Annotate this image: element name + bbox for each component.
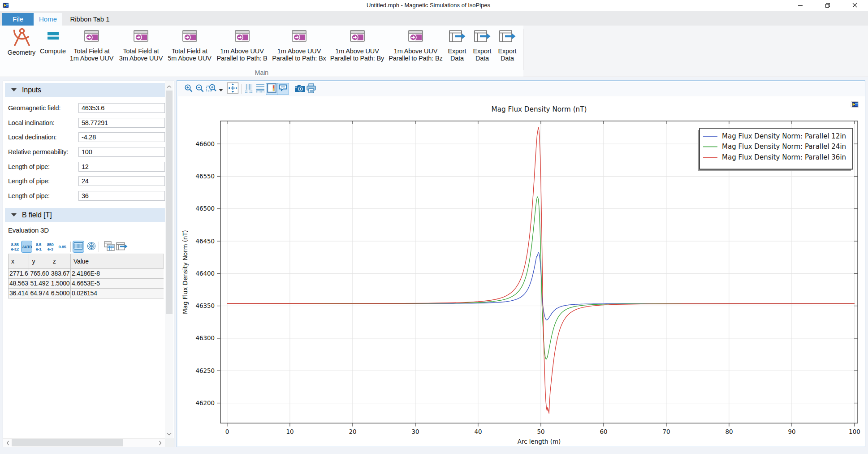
ribbon-button-1m-above-uuv-parallel-to-path-bz[interactable]: 1m Above UUV Parallel to Path: Bz xyxy=(387,27,445,72)
scroll-down-button[interactable] xyxy=(165,430,173,437)
section-header-bfield[interactable]: B field [T] xyxy=(5,208,165,222)
field-input-5[interactable] xyxy=(78,176,165,186)
y-tick-label: 46300 xyxy=(195,335,215,342)
print-button[interactable] xyxy=(305,83,317,95)
precision-scientific-button[interactable]: 8.85 e-12 xyxy=(9,241,21,253)
scrollbar-corner xyxy=(165,438,174,447)
field-input-0[interactable] xyxy=(78,103,165,113)
ribbon-button-label: Total Field at 3m Above UUV xyxy=(117,48,166,62)
ribbon-button-label: 1m Above UUV Parallel to Path: Bx xyxy=(270,48,328,62)
plot-area[interactable]: 0102030405060708090100462004625046300463… xyxy=(178,96,865,446)
ribbon-button-compute[interactable]: Compute xyxy=(38,27,68,72)
table-cell[interactable]: 64.974 xyxy=(29,288,49,298)
table-cell[interactable]: 48.563 xyxy=(8,278,29,288)
precision-automatic-button[interactable]: AUTO xyxy=(21,241,32,253)
tab-ribbon-tab-1[interactable]: Ribbon Tab 1 xyxy=(62,13,117,26)
ribbon-button-total-field-at-5m-above-uuv[interactable]: Total Field at 5m Above UUV xyxy=(165,27,214,72)
section-title: B field [T] xyxy=(22,211,52,219)
ribbon-button-label: Geometry xyxy=(4,49,39,56)
zoom-box-button[interactable] xyxy=(205,83,217,95)
x-tick-label: 30 xyxy=(411,428,419,435)
precision-decimal-button[interactable]: 0.85 xyxy=(56,241,68,253)
field-input-4[interactable] xyxy=(78,162,165,172)
ribbon-button-geometry[interactable]: Geometry xyxy=(4,27,39,72)
equals-icon xyxy=(48,32,59,42)
export-table-icon xyxy=(116,242,128,252)
scroll-right-button[interactable] xyxy=(156,439,164,447)
section-header-inputs[interactable]: Inputs xyxy=(5,83,165,97)
table-cell[interactable]: 51.492 xyxy=(29,278,49,288)
zoom-in-icon xyxy=(184,84,193,95)
precision-engineering-button[interactable]: 8.5 e-1 xyxy=(34,241,43,253)
plot-window-icon xyxy=(84,30,99,43)
zoom-out-button[interactable] xyxy=(194,83,206,95)
ribbon-button-1m-above-uuv-parallel-to-path-bx[interactable]: 1m Above UUV Parallel to Path: Bx xyxy=(270,27,328,72)
vertical-scroll-thumb[interactable] xyxy=(166,91,173,314)
zoom-box-dropdown[interactable] xyxy=(217,83,225,95)
table-cell[interactable]: 2771.6 xyxy=(8,268,29,278)
ribbon-button-total-field-at-1m-above-uuv[interactable]: Total Field at 1m Above UUV xyxy=(67,27,117,72)
toolbar-separator xyxy=(292,84,292,94)
table-cell[interactable]: 36.414 xyxy=(8,288,29,298)
settings-panel: Inputs Geomagnetic field: Local inclinat… xyxy=(3,81,174,447)
field-input-2[interactable] xyxy=(78,132,165,142)
show-legends-button[interactable] xyxy=(266,83,278,95)
y-tick-label: 46250 xyxy=(195,368,215,374)
ribbon-button-1m-above-uuv-parallel-to-path-by[interactable]: 1m Above UUV Parallel to Path: By xyxy=(328,27,386,72)
ribbon-button-export-data[interactable]: Export Data xyxy=(494,27,520,72)
ribbon-button-icon-box xyxy=(117,27,166,47)
close-button[interactable] xyxy=(844,0,865,11)
show-tooltip-button[interactable] xyxy=(277,83,289,95)
restore-button[interactable] xyxy=(817,0,838,11)
y-tick-label: 46550 xyxy=(195,173,215,180)
polar-grid-button[interactable] xyxy=(86,241,97,253)
tooltip-icon xyxy=(278,84,288,94)
field-input-3[interactable] xyxy=(78,147,165,157)
copy-table-button[interactable] xyxy=(103,241,115,253)
table-cell[interactable]: 2.4186E-8 xyxy=(70,268,101,278)
tab-home[interactable]: Home xyxy=(34,13,62,26)
image-snapshot-button[interactable] xyxy=(294,83,306,95)
chevron-right-icon xyxy=(159,439,162,447)
zoom-in-button[interactable] xyxy=(182,83,194,95)
ribbon-button-total-field-at-3m-above-uuv[interactable]: Total Field at 3m Above UUV xyxy=(117,27,166,72)
ribbon-button-icon-box xyxy=(469,27,495,47)
ribbon-button-export-data[interactable]: Export Data xyxy=(444,27,470,72)
table-bottom-line xyxy=(8,298,164,298)
precision-si-button[interactable]: 850 e-3 xyxy=(45,241,56,253)
field-input-1[interactable] xyxy=(78,118,165,128)
scroll-up-button[interactable] xyxy=(165,82,173,90)
x-axis-settings-button[interactable] xyxy=(243,83,255,95)
ribbon-button-icon-box xyxy=(328,27,386,47)
full-precision-button[interactable] xyxy=(73,241,84,253)
automatic-label: AUTO xyxy=(22,241,33,253)
table-cell[interactable]: 0.026154 xyxy=(70,288,101,298)
scroll-left-button[interactable] xyxy=(4,439,11,447)
table-cell[interactable]: 383.67 xyxy=(50,268,70,278)
export-table-button[interactable] xyxy=(116,241,128,253)
chevron-up-icon xyxy=(167,82,172,90)
ribbon-button-export-data[interactable]: Export Data xyxy=(469,27,495,72)
y-axis-label: Mag Flux Density Norm (nT) xyxy=(182,230,189,314)
table-cell[interactable]: 6.5000 xyxy=(50,288,70,298)
y-axis-settings-button[interactable] xyxy=(255,83,267,95)
minimize-button[interactable] xyxy=(790,0,811,11)
table-cell[interactable]: 765.60 xyxy=(29,268,49,278)
ribbon-button-1m-above-uuv-parallel-to-path-b[interactable]: 1m Above UUV Parallel to Path: B xyxy=(213,27,271,72)
field-input-6[interactable] xyxy=(78,191,165,201)
ribbon-button-label: 1m Above UUV Parallel to Path: By xyxy=(328,48,386,62)
file-menu-button[interactable]: File xyxy=(2,13,34,26)
table-row-line xyxy=(101,288,164,298)
table-cell[interactable]: 1.5000 xyxy=(50,278,70,288)
minimize-icon xyxy=(798,2,803,10)
plot-window-icon xyxy=(350,30,365,43)
ribbon-button-icon-box xyxy=(67,27,117,47)
table-cell[interactable]: 4.6653E-5 xyxy=(70,278,101,288)
zoom-extents-button[interactable] xyxy=(227,83,239,95)
horizontal-scroll-thumb[interactable] xyxy=(12,439,123,446)
ribbon-group-separator xyxy=(523,29,523,70)
table-header-y: y xyxy=(29,254,49,268)
x-tick-label: 40 xyxy=(474,428,482,435)
chart-title: Mag Flux Density Norm (nT) xyxy=(492,105,587,113)
field-label-5: Length of pipe: xyxy=(8,176,75,186)
